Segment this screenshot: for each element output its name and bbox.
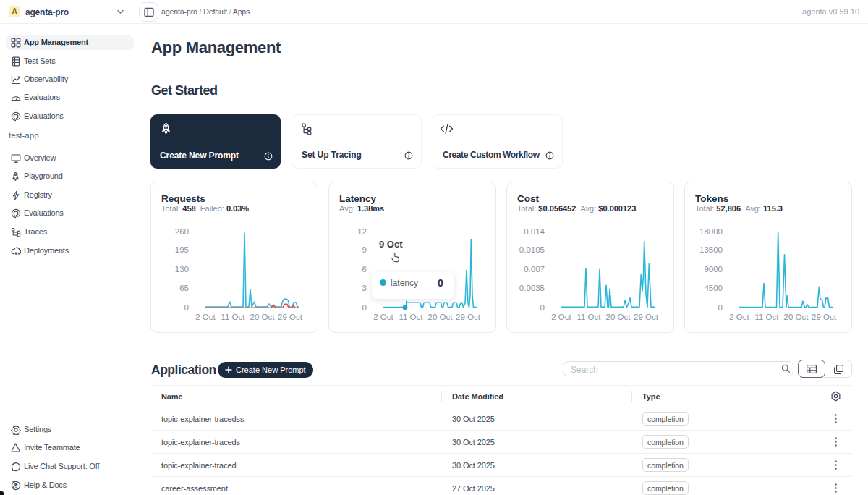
svg-text:11 Oct: 11 Oct	[399, 313, 423, 321]
svg-text:29 Oct: 29 Oct	[278, 313, 303, 321]
svg-text:3: 3	[362, 284, 367, 292]
svg-text:20 Oct: 20 Oct	[784, 313, 809, 321]
svg-text:0: 0	[718, 303, 723, 312]
svg-text:130: 130	[175, 265, 189, 274]
svg-text:0: 0	[540, 303, 545, 312]
svg-text:2 Oct: 2 Oct	[551, 313, 571, 321]
svg-text:0.014: 0.014	[524, 227, 545, 236]
svg-text:2 Oct: 2 Oct	[195, 313, 216, 321]
svg-text:6: 6	[362, 265, 367, 274]
svg-text:29 Oct: 29 Oct	[456, 313, 481, 321]
svg-text:11 Oct: 11 Oct	[221, 313, 245, 321]
svg-text:12: 12	[357, 227, 367, 236]
svg-text:0: 0	[184, 303, 189, 312]
svg-text:195: 195	[175, 245, 189, 254]
svg-text:2 Oct: 2 Oct	[729, 313, 749, 321]
svg-text:4500: 4500	[704, 284, 723, 292]
svg-text:2 Oct: 2 Oct	[373, 313, 393, 321]
svg-text:20 Oct: 20 Oct	[428, 313, 454, 321]
svg-text:9000: 9000	[704, 265, 723, 274]
svg-text:0.007: 0.007	[524, 265, 545, 274]
svg-text:20 Oct: 20 Oct	[606, 313, 631, 321]
svg-text:20 Oct: 20 Oct	[250, 313, 276, 321]
svg-text:0.0035: 0.0035	[519, 284, 545, 292]
svg-text:11 Oct: 11 Oct	[576, 313, 601, 321]
svg-text:0.0105: 0.0105	[519, 245, 545, 254]
svg-text:9: 9	[362, 245, 367, 254]
svg-text:260: 260	[175, 227, 189, 236]
svg-text:11 Oct: 11 Oct	[754, 313, 779, 321]
svg-text:29 Oct: 29 Oct	[812, 313, 837, 321]
svg-text:29 Oct: 29 Oct	[634, 313, 659, 321]
svg-text:0: 0	[362, 303, 367, 312]
svg-text:13500: 13500	[699, 245, 723, 254]
svg-text:65: 65	[179, 284, 189, 292]
svg-text:18000: 18000	[699, 227, 723, 236]
